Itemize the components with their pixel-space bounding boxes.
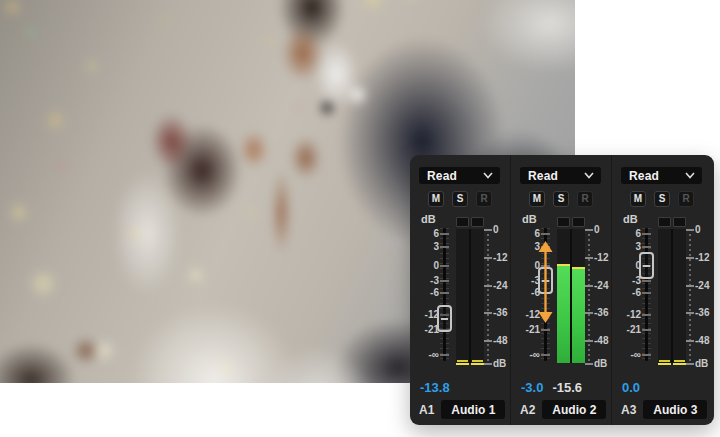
meter-scale-label: -12 (695, 252, 709, 264)
meter-scale-label: -36 (493, 307, 507, 319)
meter-column-right (572, 229, 585, 363)
mixer-channel-a3: Read M S R dB 6 3 0 -3 -6 -12 -21 -∞ (612, 155, 713, 425)
meter-column-right (673, 229, 686, 363)
db-header-label: dB (623, 213, 638, 225)
meter-scale-label: -24 (695, 280, 709, 292)
meter-column-left (456, 229, 469, 363)
clip-indicator[interactable] (557, 217, 585, 227)
meter-scale-label: -48 (594, 335, 608, 347)
meter-scale-label: 0 (493, 224, 499, 236)
fader-scale-label: -12 (410, 309, 439, 321)
meter-scale-label: -24 (493, 280, 507, 292)
volume-value[interactable]: -13.8 (420, 380, 450, 395)
track-name-input[interactable]: Audio 3 (643, 400, 707, 419)
mixer-channel-a1: Read M S R dB 6 3 0 -3 -6 -12 -21 -∞ (410, 155, 511, 425)
fader-scale-label: 3 (511, 241, 540, 253)
meter-scale-label: 0 (695, 224, 701, 236)
automation-mode-label: Read (427, 169, 457, 183)
fader-scale-label: -3 (511, 275, 540, 287)
record-button[interactable]: R (678, 191, 694, 207)
clip-indicator[interactable] (456, 217, 484, 227)
automation-mode-label: Read (629, 169, 659, 183)
volume-value[interactable]: -3.0 (521, 380, 543, 395)
track-name-input[interactable]: Audio 2 (542, 400, 606, 419)
fader-scale-label: 3 (410, 241, 439, 253)
mute-button[interactable]: M (428, 191, 444, 207)
volume-fader-handle[interactable] (437, 305, 452, 332)
db-header-label: dB (522, 213, 537, 225)
meter-fill (572, 267, 585, 363)
track-name-input[interactable]: Audio 1 (441, 400, 505, 419)
solo-button[interactable]: S (654, 191, 670, 207)
meter-scale-label: -12 (493, 252, 507, 264)
meter-floor-dash (659, 360, 670, 362)
fader-scale-label: 0 (410, 260, 439, 272)
fader-scale-label: 6 (511, 228, 540, 240)
automation-mode-select-a3[interactable]: Read (621, 167, 702, 184)
record-button[interactable]: R (577, 191, 593, 207)
clip-indicator[interactable] (658, 217, 686, 227)
fader-meter-zone-a1: dB 6 3 0 -3 -6 -12 -21 -∞ (410, 215, 511, 367)
automation-mode-select-a2[interactable]: Read (520, 167, 601, 184)
fader-scale-label: 6 (410, 228, 439, 240)
meter-column-right (471, 229, 484, 363)
automation-mode-select-a1[interactable]: Read (419, 167, 500, 184)
msr-buttons-a1: M S R (428, 191, 492, 207)
fader-scale-label: -6 (410, 287, 439, 299)
page: Read M S R dB 6 3 0 -3 -6 -12 -21 -∞ (0, 0, 720, 437)
chevron-down-icon (483, 172, 493, 179)
meter-scale-label: dB (594, 358, 607, 370)
fader-meter-zone-a2: dB 6 3 0 -3 -6 -12 -21 -∞ (511, 215, 612, 367)
track-row-a3: A3 Audio 3 (621, 400, 707, 419)
track-row-a1: A1 Audio 1 (419, 400, 505, 419)
chevron-down-icon (685, 172, 695, 179)
fader-scale-label: -∞ (511, 349, 540, 361)
fader-scale-label: -21 (511, 324, 540, 336)
fader-scale-label: -21 (612, 324, 641, 336)
level-meter (557, 229, 585, 363)
fader-scale-label: 3 (612, 241, 641, 253)
fader-scale-label: -6 (511, 287, 540, 299)
fader-meter-zone-a3: dB 6 3 0 -3 -6 -12 -21 -∞ (612, 215, 713, 367)
mixer-channel-a2: Read M S R dB 6 3 0 -3 -6 -12 -21 -∞ (511, 155, 612, 425)
solo-button[interactable]: S (553, 191, 569, 207)
fader-scale-label: -3 (410, 275, 439, 287)
mute-button[interactable]: M (529, 191, 545, 207)
fader-scale-label: -12 (511, 309, 540, 321)
meter-scale-label: dB (493, 358, 506, 370)
chevron-down-icon (584, 172, 594, 179)
level-readout-a2: -3.0 -15.6 (521, 379, 582, 395)
fader-scale-label: 6 (612, 228, 641, 240)
fader-scale-label: -∞ (612, 349, 641, 361)
mute-button[interactable]: M (630, 191, 646, 207)
meter-tick-ruler (689, 229, 691, 365)
meter-floor-dash (457, 360, 468, 362)
fader-scale-label: -6 (612, 287, 641, 299)
msr-buttons-a3: M S R (630, 191, 694, 207)
track-id-label: A2 (520, 403, 535, 417)
fader-scale-label: 0 (511, 260, 540, 272)
msr-buttons-a2: M S R (529, 191, 593, 207)
meter-fill (557, 264, 570, 363)
solo-button[interactable]: S (452, 191, 468, 207)
automation-mode-label: Read (528, 169, 558, 183)
meter-scale-label: -36 (695, 307, 709, 319)
meter-scale-label: -12 (594, 252, 608, 264)
record-button[interactable]: R (476, 191, 492, 207)
volume-value[interactable]: 0.0 (622, 380, 640, 395)
fader-scale-label: 0 (612, 260, 641, 272)
meter-scale-label: dB (695, 358, 708, 370)
level-meter (456, 229, 484, 363)
level-readout-a3: 0.0 (622, 379, 649, 395)
meter-floor-dash (674, 360, 685, 362)
meter-column-left (658, 229, 671, 363)
meter-scale-label: -36 (594, 307, 608, 319)
meter-column-left (557, 229, 570, 363)
volume-fader-handle[interactable] (639, 252, 654, 279)
meter-scale-label: -48 (695, 335, 709, 347)
level-meter (658, 229, 686, 363)
automation-range-arrows-icon (537, 241, 554, 323)
track-id-label: A1 (419, 403, 434, 417)
meter-scale-label: 0 (594, 224, 600, 236)
audio-track-mixer-panel: Read M S R dB 6 3 0 -3 -6 -12 -21 -∞ (410, 155, 714, 425)
